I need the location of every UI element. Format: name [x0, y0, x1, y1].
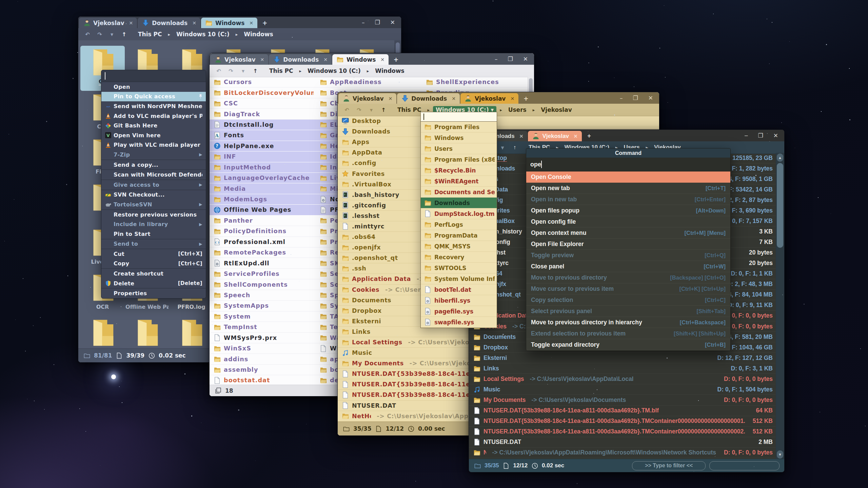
history-dropdown-icon[interactable]: ▾ — [367, 107, 376, 113]
tab-close-icon[interactable]: ✕ — [510, 96, 514, 101]
tab-vjekoslav[interactable]: Vjekoslav✕ — [528, 131, 581, 141]
tab-vjekoslav[interactable]: Vjekoslav✕ — [338, 93, 396, 104]
up-icon[interactable]: ↑ — [251, 68, 260, 74]
folder-tile[interactable]: PolicyDefinitions — [80, 316, 125, 349]
path-segment[interactable]: Windows 10 (C:) — [305, 67, 363, 75]
command-palette-input[interactable]: ope — [526, 158, 730, 171]
file-row[interactable]: BitLockerDiscoveryVolumeContents — [210, 87, 316, 98]
file-row[interactable]: NTUSER.DAT{53b39e88-18c4-11ea-a811-000d3… — [469, 406, 776, 416]
command-item-toggle-expand-directory[interactable]: Toggle expand directory[Ctrl+B] — [526, 339, 730, 350]
path-segment[interactable]: Users — [506, 106, 529, 114]
filter-box[interactable] — [709, 461, 780, 470]
new-tab-button[interactable]: + — [583, 131, 596, 141]
command-item-open-context-menu[interactable]: Open context menu[Ctrl+M] [Menu] — [526, 227, 730, 239]
tab-windows[interactable]: Windows✕ — [332, 54, 389, 65]
file-row[interactable]: System — [210, 311, 316, 322]
file-row[interactable]: Local Settings-> C:\Users\Vjekoslav\AppD… — [469, 374, 776, 384]
file-row[interactable]: LanguageOverlayCache — [210, 173, 316, 183]
file-row[interactable]: $Recycle.Bin — [421, 165, 497, 176]
file-row[interactable]: DiagTrack — [210, 109, 316, 119]
new-tab-button[interactable]: + — [258, 18, 272, 28]
file-row[interactable]: Program Files — [421, 122, 497, 133]
file-row[interactable]: pagefile.sys — [421, 306, 497, 317]
file-row[interactable]: NTUSER.DAT2 MB — [469, 437, 776, 448]
file-row[interactable]: WMSysPr9.prx — [210, 333, 316, 343]
command-item-open-file-explorer[interactable]: Open File Explorer — [526, 239, 730, 250]
tab-downloads[interactable]: Downloads✕ — [138, 18, 200, 28]
file-row[interactable]: AppReadiness — [316, 77, 422, 87]
command-item-open-config-file[interactable]: Open config file — [526, 216, 730, 227]
file-row[interactable]: hiberfil.sys — [421, 295, 497, 306]
titlebar[interactable]: Vjekoslav✕Downloads✕Vjekoslav✕ + – ❐ ✕ — [338, 92, 659, 104]
tab-vjekoslav[interactable]: Vjekoslav✕ — [460, 93, 518, 104]
back-icon[interactable]: ↶ — [83, 31, 92, 38]
command-item-open-in-new-tab[interactable]: Open in new tab[Ctrl+Enter] — [526, 194, 730, 205]
new-tab-button[interactable]: + — [389, 54, 403, 65]
command-item-open-files-popup[interactable]: Open files popup[Alt+Down] — [526, 205, 730, 216]
file-row[interactable]: SWTOOLS — [421, 263, 497, 273]
file-row[interactable]: Media — [210, 183, 316, 194]
tab-close-icon[interactable]: ✕ — [260, 57, 264, 62]
file-row[interactable]: CSC — [210, 98, 316, 109]
tab-vjekoslav[interactable]: Vjekoslav✕ — [210, 54, 268, 65]
file-row[interactable]: Desktop — [338, 116, 659, 126]
up-icon[interactable]: ↑ — [379, 107, 388, 113]
menu-item-git-bash-here[interactable]: Git Bash Here — [101, 121, 206, 130]
tab-close-icon[interactable]: ✕ — [323, 57, 328, 62]
file-row[interactable]: RtlExUpd.dll — [210, 258, 316, 268]
file-row[interactable]: PolicyDefinitions — [210, 226, 316, 237]
tab-downloads[interactable]: Downloads✕ — [397, 93, 460, 104]
command-item-open-console[interactable]: Open Console — [526, 171, 730, 183]
minimize-button[interactable]: – — [745, 132, 748, 139]
close-button[interactable]: ✕ — [773, 132, 778, 139]
tab-close-icon[interactable]: ✕ — [380, 57, 384, 62]
tab-close-icon[interactable]: ✕ — [519, 134, 524, 139]
close-button[interactable]: ✕ — [648, 95, 653, 101]
command-item-extend-selection-to-previous-item[interactable]: Extend selection to previous item[Shift+… — [526, 328, 730, 339]
file-row[interactable]: EksterniD: 12, F: 127, 12 GB — [469, 353, 776, 363]
file-row[interactable]: $WinREAgent — [421, 176, 497, 187]
context-menu-filter-input[interactable] — [101, 70, 206, 82]
scrollbar[interactable]: ▲ ▼ — [776, 153, 784, 459]
command-item-move-cursor-to-previous-item[interactable]: Move cursor to previous item[Ctrl+K] [Ct… — [526, 283, 730, 294]
file-row[interactable]: NTUSER.DAT{53b39e88-18c4-11ea-a811-000d3… — [469, 427, 776, 437]
menu-item-delete[interactable]: Delete[Delete] — [101, 279, 206, 288]
close-button[interactable]: ✕ — [523, 56, 528, 62]
path-segment[interactable]: Vjekoslav — [538, 106, 575, 114]
titlebar[interactable]: Downloads✕Vjekoslav✕ + – ❐ ✕ — [469, 130, 784, 141]
file-row[interactable]: addins — [210, 354, 316, 364]
file-row[interactable]: Professional.xml — [210, 237, 316, 247]
file-row[interactable]: LinksD: 0, F: 3, 1 KB — [469, 363, 776, 374]
forward-icon[interactable]: ↷ — [95, 31, 104, 38]
file-row[interactable]: Cursors — [210, 77, 316, 87]
titlebar[interactable]: Vjekoslav✕Downloads✕Windows✕ + – ❐ ✕ — [78, 17, 401, 28]
menu-item-send-a-copy-[interactable]: Send a copy... — [101, 160, 206, 170]
file-row[interactable]: ShellExperiences — [422, 77, 528, 87]
file-row[interactable]: RemotePackages — [210, 247, 316, 258]
path-segment[interactable]: Windows 10 (C:) — [174, 30, 232, 38]
menu-item-svn-checkout-[interactable]: SVN Checkout... — [101, 190, 206, 200]
new-tab-button[interactable]: + — [519, 93, 533, 104]
tab-close-icon[interactable]: ✕ — [192, 20, 196, 26]
file-row[interactable]: INF — [210, 151, 316, 162]
menu-item-open[interactable]: Open — [101, 82, 206, 92]
file-row[interactable]: Recovery — [421, 252, 497, 263]
file-row[interactable]: PerfLogs — [421, 219, 497, 230]
scrollbar-thumb[interactable] — [777, 163, 783, 248]
file-row[interactable]: Downloads — [421, 198, 497, 208]
command-item-open-new-tab[interactable]: Open new tab[Ctrl+T] — [526, 183, 730, 194]
scroll-down-icon[interactable]: ▼ — [777, 450, 783, 459]
tab-close-icon[interactable]: ✕ — [452, 96, 456, 101]
tab-close-icon[interactable]: ✕ — [249, 20, 253, 26]
maximize-button[interactable]: ❐ — [375, 19, 380, 26]
folder-tile[interactable]: Prefetch — [125, 316, 169, 349]
file-row[interactable]: Documents and Settings — [421, 187, 497, 198]
file-row[interactable]: bootTel.dat — [421, 284, 497, 295]
file-row[interactable]: assembly — [210, 365, 316, 375]
history-dropdown-icon[interactable]: ▾ — [107, 31, 116, 38]
history-dropdown-icon[interactable]: ▾ — [498, 144, 507, 151]
maximize-button[interactable]: ❐ — [633, 95, 638, 101]
menu-item-pin-to-quick-access[interactable]: Pin to Quick access — [101, 92, 206, 102]
file-row[interactable]: Panther — [210, 216, 316, 226]
minimize-button[interactable]: – — [362, 19, 365, 26]
